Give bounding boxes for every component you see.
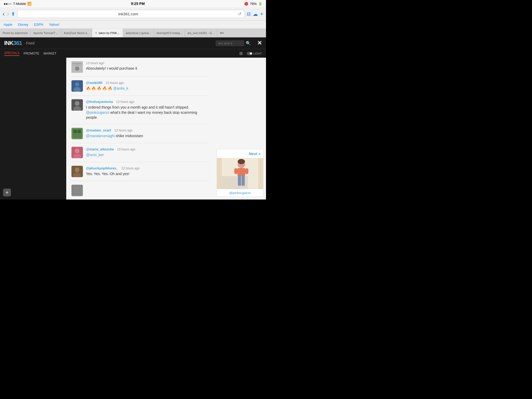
close-button[interactable]: ✕: [257, 40, 262, 46]
tab-jes-sesi[interactable]: jes_sesi ink361 - G...: [185, 29, 217, 37]
address-bar[interactable]: ink361.com ↺: [17, 10, 245, 18]
svg-point-15: [75, 149, 79, 153]
nav-feed[interactable]: Feed: [26, 41, 35, 45]
site-wrapper: INK361 Feed 🔍 ✕ SPECIALS PROMOTE MARKET …: [0, 37, 266, 200]
bookmark-disney[interactable]: Disney: [18, 23, 28, 26]
reader-button[interactable]: ⊟: [247, 11, 251, 17]
comment-time-6: 12 hours ago: [121, 167, 139, 170]
comment-body-2: @seekii85 13 hours ago 🔥 🔥 🔥 🔥 🔥 @anila_…: [86, 80, 128, 92]
tab-adamlovie-ig[interactable]: adamlovie | igview...: [123, 29, 154, 37]
tab-taken-pink[interactable]: ✕ taken by PINK....: [92, 29, 123, 37]
logo-num: 361: [13, 40, 22, 46]
next-image[interactable]: [217, 158, 263, 189]
status-right: 🔴 76% 🔋: [244, 2, 262, 6]
tab-close-icon[interactable]: ✕: [95, 31, 97, 35]
next-widget: Next »: [217, 149, 263, 197]
comment-header-5: @marie_allouche 13 hours ago: [86, 147, 135, 151]
comment-time-2: 13 hours ago: [106, 81, 124, 85]
comment-body-6: @phuckyopiktures_ 12 hours ago Yes. Yes.…: [86, 166, 139, 177]
svg-point-29: [238, 159, 245, 164]
comment-text-6: Yes. Yes. Yes. Oh and yes!: [86, 171, 139, 177]
comment-item-6: @phuckyopiktures_ 12 hours ago Yes. Yes.…: [71, 162, 209, 181]
tab-autozone[interactable]: AutoZone Nears a...: [61, 29, 92, 37]
svg-rect-13: [78, 130, 81, 133]
tab-bluenight13[interactable]: bluenight13 instag...: [154, 29, 185, 37]
comment-text-2: 🔥 🔥 🔥 🔥 🔥 @anila_k: [86, 86, 128, 91]
svg-point-18: [75, 168, 79, 172]
add-photo-btn[interactable]: +: [3, 189, 11, 196]
forward-button[interactable]: ›: [7, 10, 9, 18]
next-label[interactable]: Next »: [217, 149, 263, 158]
tab-apache[interactable]: Apache Tomcat/7....: [31, 29, 61, 37]
comment-body-5: @marie_allouche 13 hours ago @octo_ber: [86, 147, 135, 158]
svg-rect-28: [245, 168, 248, 174]
svg-point-5: [75, 82, 79, 87]
comment-body-4: @madam_scarf 13 hours ago @maralarvenagh…: [86, 128, 143, 139]
bookmark-espn[interactable]: ESPN: [34, 23, 43, 26]
ink-navbar: INK361 Feed 🔍 ✕: [0, 37, 266, 49]
next-username[interactable]: @pinksugarxo: [217, 189, 263, 197]
comment-username-6[interactable]: @phuckyopiktures_: [86, 166, 118, 170]
tab-photo-adamlovie[interactable]: Photo by adamlovie: [0, 29, 31, 37]
mention-pink[interactable]: @pinksugarxo: [86, 110, 109, 115]
subnav-specials[interactable]: SPECIALS: [4, 51, 19, 56]
comment-header-2: @seekii85 13 hours ago: [86, 80, 128, 85]
grid-icon[interactable]: ⊞: [239, 51, 243, 56]
comment-username-3[interactable]: @lindsayantonia: [86, 100, 113, 104]
subnav-promote[interactable]: PROMOTE: [24, 52, 39, 55]
bluetooth-icon: 🔴: [244, 2, 248, 6]
avatar-4: [71, 128, 83, 139]
avatar-3: [71, 99, 83, 111]
comments-panel: 13 hours ago Absoulately! I would purcha…: [66, 58, 214, 200]
reload-button[interactable]: ↺: [238, 11, 241, 16]
svg-point-3: [75, 66, 79, 71]
comment-time-4: 13 hours ago: [114, 129, 132, 132]
comment-text-4: @maralarvenaghi shike midoostam: [86, 134, 143, 139]
new-tab-button[interactable]: +: [260, 11, 263, 17]
comment-header-6: @phuckyopiktures_ 12 hours ago: [86, 166, 139, 170]
comment-body-1: 13 hours ago Absoulately! I would purcha…: [86, 61, 137, 73]
comment-username-5[interactable]: @marie_allouche: [86, 147, 114, 151]
battery-icon: 🔋: [258, 2, 262, 6]
wifi-icon: 📶: [27, 2, 31, 6]
carrier: T-Mobile: [13, 2, 26, 6]
battery-level: 76%: [250, 2, 257, 6]
light-toggle[interactable]: LIGHT: [247, 52, 262, 55]
comment-text-5: @octo_ber: [86, 152, 135, 158]
cloud-button[interactable]: ☁: [253, 11, 258, 17]
comment-item-5: @marie_allouche 13 hours ago @octo_ber: [71, 143, 209, 162]
comment-item-1: 13 hours ago Absoulately! I would purcha…: [71, 58, 209, 77]
bookmarks-bar: Apple Disney ESPN Yahoo!: [0, 21, 266, 29]
toggle-circle: [247, 52, 252, 55]
search-input[interactable]: [216, 40, 244, 46]
status-left: ●●○○ T-Mobile 📶: [4, 2, 31, 6]
tabs-more[interactable]: •••: [217, 29, 226, 37]
mention-mara[interactable]: @maralarvenaghi: [86, 134, 115, 138]
comment-item-7-partial: [71, 181, 209, 200]
avatar-1: [71, 61, 83, 73]
comment-time-5: 13 hours ago: [117, 148, 135, 151]
comment-username-2[interactable]: @seekii85: [86, 81, 102, 85]
back-button[interactable]: ‹: [3, 10, 5, 18]
signal-dots: ●●○○: [4, 2, 12, 6]
subnav-market[interactable]: MARKET: [43, 52, 56, 55]
logo-ink: INK: [4, 40, 13, 46]
mention-octo[interactable]: @octo_ber: [86, 153, 104, 157]
mention-anila[interactable]: @anila_k: [113, 86, 128, 90]
comment-time-1: 13 hours ago: [86, 61, 137, 65]
search-icon[interactable]: 🔍: [246, 41, 251, 46]
tabs-bar: Photo by adamlovie Apache Tomcat/7.... A…: [0, 29, 266, 37]
comment-item-2: @seekii85 13 hours ago 🔥 🔥 🔥 🔥 🔥 @anila_…: [71, 77, 209, 96]
svg-rect-2: [72, 65, 80, 65]
bookmark-yahoo[interactable]: Yahoo!: [49, 23, 59, 26]
comment-text-1: Absoulately! I would purchase it: [86, 66, 137, 71]
comment-header-3: @lindsayantonia 13 hours ago: [86, 99, 209, 104]
avatar-6: [71, 166, 83, 177]
bookmark-apple[interactable]: Apple: [4, 23, 12, 26]
status-time: 9:25 PM: [131, 2, 145, 6]
share-button[interactable]: ⬆: [11, 11, 15, 17]
url-text: ink361.com: [21, 12, 236, 16]
avatar-5: [71, 147, 83, 158]
browser-nav-bar: ‹ › ⬆ ink361.com ↺ ⊟ ☁ +: [0, 7, 266, 21]
comment-username-4[interactable]: @madam_scarf: [86, 128, 111, 132]
